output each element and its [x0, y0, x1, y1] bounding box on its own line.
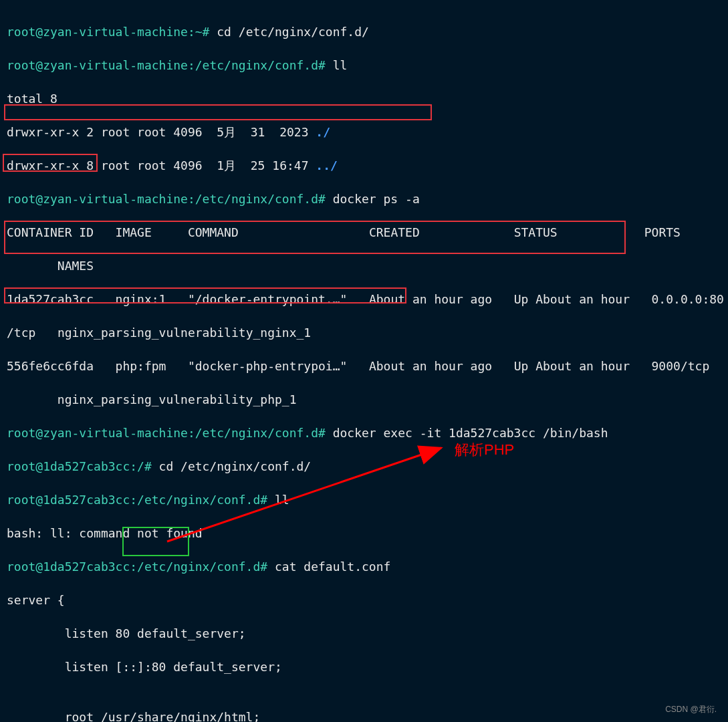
prompt: root@1da527cab3cc:/# [7, 459, 159, 473]
cmd-text: cat default.conf [275, 560, 390, 574]
dir-dot: ../ [316, 158, 338, 172]
dir-dot: ./ [316, 125, 330, 139]
watermark: CSDN @君衍.⠀ [665, 701, 723, 718]
cmd-text: docker ps -a [333, 192, 420, 206]
terminal-output[interactable]: root@zyan-virtual-machine:~# cd /etc/ngi… [0, 0, 728, 722]
prompt: root@1da527cab3cc:/etc/nginx/conf.d# [7, 560, 275, 574]
cmd-text: ll [275, 493, 289, 507]
table-row: 556fe6cc6fda php:fpm "docker-php-entrypo… [7, 358, 720, 374]
cmd-text: ll [333, 58, 348, 72]
cmd-text: cd /etc/nginx/conf.d/ [217, 25, 369, 39]
config-line: listen [::]:80 default_server; [7, 658, 720, 675]
table-header: CONTAINER ID IMAGE COMMAND CREATED STATU… [7, 224, 720, 241]
output-line: total 8 [7, 90, 720, 107]
table-row: nginx_parsing_vulnerability_php_1 [7, 391, 720, 408]
config-line: listen 80 default_server; [7, 625, 720, 642]
table-row: 1da527cab3cc nginx:1 "/docker-entrypoint… [7, 291, 720, 308]
table-row: /tcp nginx_parsing_vulnerability_nginx_1 [7, 324, 720, 341]
prompt: root@zyan-virtual-machine:/etc/nginx/con… [7, 192, 333, 206]
prompt: root@1da527cab3cc:/etc/nginx/conf.d# [7, 493, 275, 507]
output-line: bash: ll: command not found [7, 525, 720, 542]
output-line: drwxr-xr-x 2 root root 4096 5月 31 2023 [7, 125, 316, 139]
prompt: root@zyan-virtual-machine:/etc/nginx/con… [7, 426, 333, 440]
output-line: drwxr-xr-x 8 root root 4096 1月 25 16:47 [7, 158, 316, 172]
prompt: root@zyan-virtual-machine:~# [7, 25, 217, 39]
cmd-text: cd /etc/nginx/conf.d/ [159, 459, 312, 473]
prompt: root@zyan-virtual-machine:/etc/nginx/con… [7, 58, 333, 72]
config-line: server { [7, 592, 720, 608]
config-line: root /usr/share/nginx/html; [7, 709, 720, 722]
cmd-text: docker exec -it 1da527cab3cc /bin/bash [333, 426, 608, 440]
table-header: NAMES [7, 257, 720, 274]
